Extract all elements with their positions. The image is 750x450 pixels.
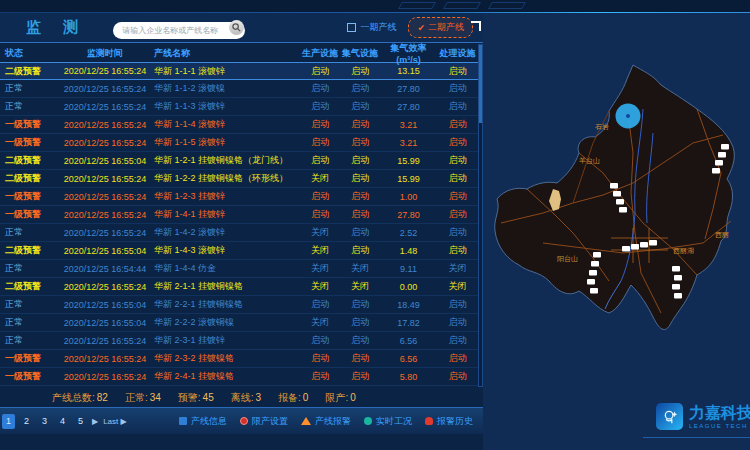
district-map[interactable]: 石岩 羊台山 阳台山 西丽湖 西丽 (483, 13, 750, 450)
scrollbar-thumb[interactable] (479, 45, 482, 123)
check-icon: ✔ (417, 23, 425, 33)
phase1-checkbox[interactable]: 一期产线 (347, 21, 396, 34)
table-row[interactable]: 正常2020/12/25 16:54:44华新 1-4-4 仿金关闭关闭9.11… (0, 260, 478, 278)
legend-item-line-alarm[interactable]: 产线报警 (301, 415, 351, 428)
stats-bar: 产线总数:82正常:34预警:45离线:3报备:0限产:0 (0, 389, 483, 407)
table-cell: 启动 (437, 65, 478, 78)
table-row[interactable]: 一级预警2020/12/25 16:55:24华新 1-4-1 挂镀锌启动启动2… (0, 206, 478, 224)
table-cell: 二级预警 (0, 154, 56, 167)
alarm-history-icon (425, 417, 433, 425)
selected-site-marker[interactable] (616, 104, 641, 129)
page-button[interactable]: 5 (74, 414, 87, 429)
stat-item: 正常:34 (125, 391, 161, 405)
table-row[interactable]: 二级预警2020/12/25 16:55:24华新 1-2-2 挂镀铜镍铬（环形… (0, 170, 478, 188)
table-row[interactable]: 二级预警2020/12/25 16:55:24华新 1-1-1 滚镀锌启动启动1… (0, 62, 478, 80)
map-label: 西丽 (715, 231, 729, 239)
table-cell: 2020/12/25 16:55:24 (56, 282, 154, 292)
table-cell: 华新 1-1-5 滚镀锌 (154, 136, 300, 149)
table-row[interactable]: 二级预警2020/12/25 16:55:24华新 2-1-1 挂镀铜镍铬关闭关… (0, 278, 478, 296)
map-label: 羊台山 (579, 157, 600, 165)
table-row[interactable]: 正常2020/12/25 16:55:24华新 1-1-3 滚镀锌启动启动27.… (0, 98, 478, 116)
realtime-status-icon (364, 417, 372, 425)
table-cell: 正常 (0, 316, 56, 329)
table-cell: 启动 (300, 65, 340, 78)
table-cell: 华新 1-1-4 滚镀锌 (154, 118, 300, 131)
table-cell: 2020/12/25 16:55:24 (56, 138, 154, 148)
legend-label: 实时工况 (376, 415, 412, 428)
table-cell: 启动 (300, 154, 340, 167)
table-cell: 启动 (300, 208, 340, 221)
table-row[interactable]: 二级预警2020/12/25 16:55:04华新 1-4-3 滚镀锌关闭启动1… (0, 242, 478, 260)
table-cell: 27.80 (380, 84, 437, 94)
table-cell: 启动 (300, 334, 340, 347)
table-cell: 启动 (437, 100, 478, 113)
table-cell: 启动 (437, 154, 478, 167)
table-cell: 3.21 (380, 120, 437, 130)
table-cell: 华新 1-1-1 滚镀锌 (154, 65, 300, 78)
table-row[interactable]: 正常2020/12/25 16:55:04华新 2-2-2 滚镀铜镍关闭启动17… (0, 314, 478, 332)
table-cell: 启动 (340, 244, 380, 257)
table-cell: 二级预警 (0, 65, 56, 78)
table-cell: 关闭 (300, 280, 340, 293)
left-panel: 监 测 一期产线 ✔ 二期产线 状态监测时间产线名 (0, 13, 483, 450)
table-row[interactable]: 一级预警2020/12/25 16:55:24华新 1-2-3 挂镀锌启动启动1… (0, 188, 478, 206)
table-cell: 正常 (0, 226, 56, 239)
deco-shape (398, 2, 436, 9)
next-page-button[interactable]: ▶ (92, 417, 98, 426)
table-cell: 启动 (340, 334, 380, 347)
table-cell: 17.82 (380, 318, 437, 328)
table-cell: 正常 (0, 100, 56, 113)
last-page-button[interactable]: Last ▶ (103, 417, 127, 426)
legend-item-alarm-history[interactable]: 报警历史 (425, 415, 473, 428)
line-info-icon (179, 417, 187, 425)
table-row[interactable]: 正常2020/12/25 16:55:24华新 1-4-2 滚镀锌关闭启动2.5… (0, 224, 478, 242)
toolbar: 监 测 一期产线 ✔ 二期产线 (0, 13, 483, 43)
phase2-button[interactable]: ✔ 二期产线 (408, 17, 473, 38)
table-cell: 启动 (340, 154, 380, 167)
table-row[interactable]: 正常2020/12/25 16:55:04华新 2-2-1 挂镀铜镍铬启动启动1… (0, 296, 478, 314)
table-cell: 启动 (437, 82, 478, 95)
table-cell: 2020/12/25 16:55:04 (56, 156, 154, 166)
legend-label: 产线信息 (191, 415, 227, 428)
table-cell: 二级预警 (0, 172, 56, 185)
search-input[interactable] (113, 22, 245, 39)
table-row[interactable]: 正常2020/12/25 16:55:24华新 1-1-2 滚镀镍启动启动27.… (0, 80, 478, 98)
legend-item-realtime-status[interactable]: 实时工况 (364, 415, 412, 428)
table-cell: 关闭 (340, 280, 380, 293)
page-button[interactable]: 4 (56, 414, 69, 429)
deco-shape (488, 2, 526, 9)
column-header: 产线名称 (154, 47, 300, 60)
legend-label: 报警历史 (437, 415, 473, 428)
table-cell: 一级预警 (0, 136, 56, 149)
map-label: 阳台山 (557, 255, 578, 263)
table-cell: 1.48 (380, 246, 437, 256)
table-row[interactable]: 正常2020/12/25 16:55:24华新 2-3-1 挂镀锌启动启动6.5… (0, 332, 478, 350)
table-cell: 启动 (437, 334, 478, 347)
table-cell: 关闭 (300, 226, 340, 239)
table-cell: 一级预警 (0, 190, 56, 203)
legend-label: 限产设置 (252, 415, 288, 428)
legend-item-line-info[interactable]: 产线信息 (179, 415, 227, 428)
table-cell: 华新 1-4-2 滚镀锌 (154, 226, 300, 239)
page-button[interactable]: 1 (2, 414, 15, 429)
table-cell: 正常 (0, 82, 56, 95)
table-cell: 2020/12/25 16:55:24 (56, 228, 154, 238)
table-row[interactable]: 一级预警2020/12/25 16:55:24华新 2-4-1 挂镀镍铬启动启动… (0, 368, 478, 386)
table-cell: 启动 (340, 190, 380, 203)
table-cell: 2.52 (380, 228, 437, 238)
table-cell: 启动 (340, 370, 380, 383)
table-cell: 启动 (437, 370, 478, 383)
district-boundary (495, 65, 735, 330)
table-row[interactable]: 一级预警2020/12/25 16:55:24华新 1-1-5 滚镀锌启动启动3… (0, 134, 478, 152)
table-cell: 2020/12/25 16:55:04 (56, 246, 154, 256)
page-button[interactable]: 2 (20, 414, 33, 429)
table-cell: 2020/12/25 16:55:24 (56, 336, 154, 346)
table-row[interactable]: 一级预警2020/12/25 16:55:24华新 2-3-2 挂镀镍铬启动启动… (0, 350, 478, 368)
legend-item-limit-setting[interactable]: 限产设置 (240, 415, 288, 428)
table-row[interactable]: 一级预警2020/12/25 16:55:24华新 1-1-4 滚镀锌启动启动3… (0, 116, 478, 134)
map-label: 石岩 (595, 123, 609, 131)
table-row[interactable]: 二级预警2020/12/25 16:55:04华新 1-2-1 挂镀铜镍铬（龙门… (0, 152, 478, 170)
stat-item: 产线总数:82 (52, 391, 108, 405)
page-button[interactable]: 3 (38, 414, 51, 429)
table-cell: 启动 (437, 118, 478, 131)
